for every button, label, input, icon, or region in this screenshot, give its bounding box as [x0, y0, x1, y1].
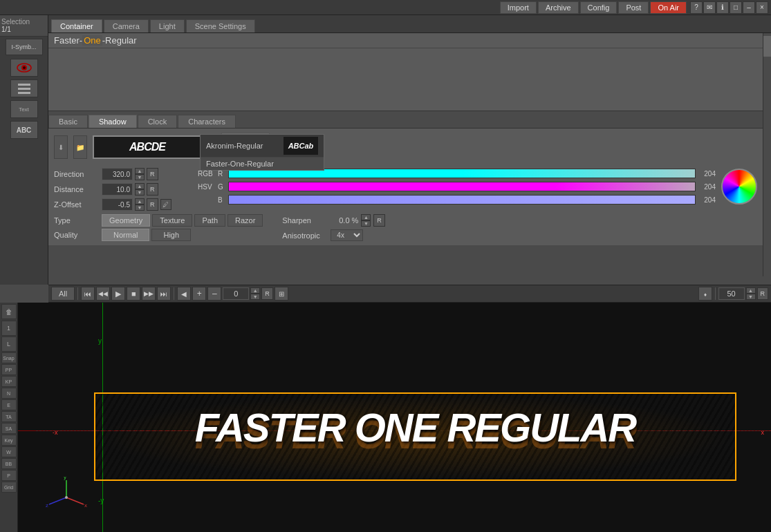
font-preview-box[interactable]: ABCDE [93, 135, 202, 159]
quality-normal-btn[interactable]: Normal [102, 229, 149, 241]
distance-r-btn[interactable]: R [147, 183, 158, 196]
text-icon-btn[interactable]: Text [10, 100, 38, 118]
lbl-e[interactable]: E [1, 399, 17, 410]
distance-down[interactable]: ▼ [135, 189, 145, 196]
tl-frame-back[interactable]: ◀ [177, 287, 191, 301]
lbl-bb[interactable]: BB [1, 458, 17, 469]
tl-end-down[interactable]: ▼ [746, 294, 756, 300]
lbl-1[interactable]: 1 [1, 321, 17, 336]
window-icon[interactable]: □ [730, 1, 742, 14]
separator-icon-btn[interactable] [10, 79, 38, 97]
lbl-w[interactable]: W [1, 446, 17, 457]
tab-shadow[interactable]: Shadow [89, 115, 137, 128]
zoffset-down[interactable]: ▼ [135, 205, 145, 211]
left-edge-viewport: 🗑 1 L Snap PP KP N E TA SA Key W BB P Gr… [0, 303, 18, 532]
lbl-l[interactable]: L [1, 336, 17, 352]
help-icon[interactable]: ? [690, 1, 703, 14]
lbl-sa[interactable]: SA [1, 423, 17, 434]
eye-icon-btn[interactable] [10, 59, 38, 77]
load-icon-btn[interactable]: 📁 [73, 135, 87, 159]
tab-scene-settings[interactable]: Scene Settings [186, 19, 255, 32]
tl-frame-up[interactable]: ▲ [250, 287, 260, 294]
minimize-icon[interactable]: – [743, 1, 755, 14]
sharpen-down[interactable]: ▼ [361, 220, 371, 227]
eyedropper-icon[interactable]: 🖊 [160, 199, 171, 210]
tl-plus[interactable]: + [192, 287, 206, 301]
font-item-akronim-preview: ABCab [284, 137, 318, 155]
trash-icon[interactable]: 🗑 [1, 304, 17, 319]
lbl-key[interactable]: Key [1, 435, 17, 446]
direction-input[interactable]: 320.0 [102, 168, 133, 180]
tl-stop[interactable]: ■ [127, 287, 140, 301]
color-wheel[interactable] [721, 169, 757, 205]
lbl-pp[interactable]: PP [1, 364, 17, 375]
on-air-btn[interactable]: On Air [650, 1, 687, 14]
font-item-akronim[interactable]: Akronim-Regular ABCab [201, 135, 324, 158]
tl-next-key[interactable]: ▶▶ [142, 287, 156, 301]
tl-expand[interactable]: ⊞ [275, 287, 288, 301]
tl-end-up[interactable]: ▲ [746, 287, 756, 294]
tl-end-r-btn[interactable]: R [757, 287, 769, 300]
info-icon[interactable]: ℹ [716, 1, 729, 14]
timeline-all-btn[interactable]: All [51, 287, 75, 301]
direction-up[interactable]: ▲ [135, 168, 145, 174]
quality-high-btn[interactable]: High [151, 229, 191, 241]
tab-container[interactable]: Container [51, 19, 102, 32]
import-btn[interactable]: Import [500, 1, 537, 14]
tab-basic[interactable]: Basic [48, 115, 88, 128]
lbl-kp[interactable]: KP [1, 376, 17, 387]
tl-prev-key[interactable]: ◀◀ [96, 287, 110, 301]
svg-rect-5 [18, 92, 30, 94]
scrollbar-right-top[interactable] [763, 33, 771, 276]
config-btn[interactable]: Config [580, 1, 617, 14]
type-razor-btn[interactable]: Razor [227, 214, 263, 227]
tl-end-input[interactable] [718, 287, 745, 300]
tl-marker[interactable]: ⬧ [698, 287, 712, 301]
type-texture-btn[interactable]: Texture [152, 214, 192, 227]
tl-frame-down[interactable]: ▼ [250, 294, 260, 300]
lbl-p[interactable]: P [1, 470, 17, 481]
b-channel-bar[interactable] [228, 195, 696, 205]
lbl-ta[interactable]: TA [1, 411, 17, 422]
direction-down[interactable]: ▼ [135, 174, 145, 180]
type-path-btn[interactable]: Path [194, 214, 225, 227]
tab-camera[interactable]: Camera [104, 19, 149, 32]
sharpen-up[interactable]: ▲ [361, 214, 371, 220]
distance-input[interactable] [102, 183, 133, 196]
tab-clock[interactable]: Clock [138, 115, 178, 128]
abc-icon-btn[interactable]: ABC [10, 121, 38, 139]
direction-r-btn[interactable]: R [147, 168, 158, 180]
mail-icon[interactable]: ✉ [703, 1, 716, 14]
tl-r-btn[interactable]: R [261, 287, 273, 300]
post-btn[interactable]: Post [618, 1, 649, 14]
zoffset-input[interactable] [102, 198, 133, 211]
tl-minus[interactable]: – [207, 287, 221, 301]
tl-separator2 [174, 287, 174, 300]
zoffset-r-btn[interactable]: R [147, 198, 158, 211]
b-channel-label: B [218, 196, 226, 204]
sharpen-r-btn[interactable]: R [373, 214, 385, 227]
archive-btn[interactable]: Archive [538, 1, 579, 14]
close-icon[interactable]: × [756, 1, 768, 14]
y-axis-label-bottom: -y [98, 497, 104, 504]
font-name-area: Faster-One-Regular [48, 33, 763, 48]
g-channel-bar[interactable] [228, 182, 696, 191]
font-item-faster[interactable]: Faster-One-Regular [201, 158, 324, 170]
viewport-label-left: -x [53, 429, 58, 436]
tl-play[interactable]: ▶ [111, 287, 125, 301]
type-geometry-btn[interactable]: Geometry [102, 214, 150, 227]
i-symbol-btn[interactable]: I-Symb... [6, 39, 43, 55]
tl-frame-input[interactable] [223, 287, 249, 300]
zoffset-up[interactable]: ▲ [135, 198, 145, 205]
tl-skip-start[interactable]: ⏮ [81, 287, 95, 301]
tl-skip-end[interactable]: ⏭ [157, 287, 171, 301]
tab-light[interactable]: Light [150, 19, 185, 32]
lbl-snap[interactable]: Snap [1, 352, 17, 363]
lbl-n[interactable]: N [1, 388, 17, 399]
axes-widget: x y z [46, 477, 87, 518]
distance-up[interactable]: ▲ [135, 183, 145, 189]
anisotropic-select[interactable]: 4x 2x 8x 16x [331, 229, 363, 241]
lbl-grid[interactable]: Grid [1, 482, 17, 493]
download-icon-btn[interactable]: ⬇ [54, 135, 68, 159]
tab-characters[interactable]: Characters [178, 115, 236, 128]
